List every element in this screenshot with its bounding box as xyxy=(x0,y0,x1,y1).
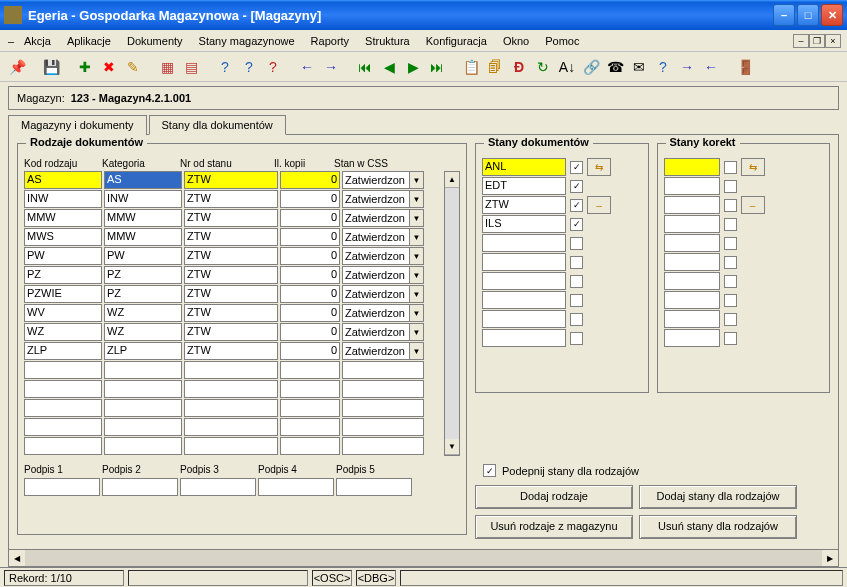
dropdown-icon[interactable]: ▼ xyxy=(409,248,423,264)
scroll-left-icon[interactable]: ◀ xyxy=(9,550,25,566)
stany-value[interactable]: ANL xyxy=(482,158,566,176)
cell-kod[interactable] xyxy=(24,380,102,398)
stany-checkbox[interactable] xyxy=(570,313,583,326)
cell-kat[interactable]: ZLP xyxy=(104,342,182,360)
menu-okno[interactable]: Okno xyxy=(495,33,537,49)
menu-pomoc[interactable]: Pomoc xyxy=(537,33,587,49)
cell-kod[interactable]: MWS xyxy=(24,228,102,246)
korekt-value[interactable] xyxy=(664,329,720,347)
cell-nr[interactable] xyxy=(184,380,278,398)
dropdown-icon[interactable]: ▼ xyxy=(409,229,423,245)
cell-stan-dropdown[interactable]: Zatwierdzon▼ xyxy=(342,209,424,227)
stany-value[interactable]: ZTW xyxy=(482,196,566,214)
stany-row[interactable] xyxy=(482,291,642,309)
cell-stan[interactable] xyxy=(342,380,424,398)
horizontal-scrollbar[interactable]: ◀ ▶ xyxy=(8,549,839,567)
podepnij-checkbox[interactable]: ✓ xyxy=(483,464,496,477)
cell-nr[interactable]: ZTW xyxy=(184,190,278,208)
cell-stan-dropdown[interactable]: Zatwierdzon▼ xyxy=(342,247,424,265)
korekt-checkbox[interactable] xyxy=(724,275,737,288)
cell-stan-dropdown[interactable]: Zatwierdzon▼ xyxy=(342,342,424,360)
dropdown-icon[interactable]: ▼ xyxy=(409,191,423,207)
stany-row[interactable]: ANL✓⇆ xyxy=(482,158,642,176)
korekt-checkbox[interactable] xyxy=(724,199,737,212)
dropdown-icon[interactable]: ▼ xyxy=(409,343,423,359)
menu-aplikacje[interactable]: Aplikacje xyxy=(59,33,119,49)
link-icon[interactable]: 🔗 xyxy=(580,56,602,78)
cell-kat[interactable] xyxy=(104,361,182,379)
cell-kat[interactable]: WZ xyxy=(104,304,182,322)
save-icon[interactable]: 💾 xyxy=(40,56,62,78)
scroll-right-icon[interactable]: ▶ xyxy=(822,550,838,566)
cell-nr[interactable] xyxy=(184,437,278,455)
cell-il[interactable]: 0 xyxy=(280,323,340,341)
korekt-remove-button[interactable]: – xyxy=(741,196,765,214)
scroll-up-icon[interactable]: ▲ xyxy=(445,172,459,188)
stany-remove-button[interactable]: – xyxy=(587,196,611,214)
pin-icon[interactable]: 📌 xyxy=(6,56,28,78)
dropdown-icon[interactable]: ▼ xyxy=(409,210,423,226)
prev-icon[interactable]: ◀ xyxy=(378,56,400,78)
table-row[interactable]: ZLPZLPZTW0Zatwierdzon▼ xyxy=(24,342,460,361)
korekt-checkbox[interactable] xyxy=(724,180,737,193)
first-icon[interactable]: ⏮ xyxy=(354,56,376,78)
dropdown-icon[interactable]: ▼ xyxy=(409,324,423,340)
menu-akcja[interactable]: Akcja xyxy=(16,33,59,49)
cell-kod[interactable]: AS xyxy=(24,171,102,189)
cell-kat[interactable]: MMW xyxy=(104,228,182,246)
cell-kat[interactable] xyxy=(104,437,182,455)
korekt-row[interactable] xyxy=(664,215,824,233)
cell-stan[interactable] xyxy=(342,437,424,455)
table-row[interactable]: WZWZZTW0Zatwierdzon▼ xyxy=(24,323,460,342)
cell-il[interactable] xyxy=(280,399,340,417)
cell-il[interactable] xyxy=(280,418,340,436)
korekt-value[interactable] xyxy=(664,234,720,252)
korekt-checkbox[interactable] xyxy=(724,313,737,326)
table-row[interactable]: PWPWZTW0Zatwierdzon▼ xyxy=(24,247,460,266)
stany-checkbox[interactable] xyxy=(570,237,583,250)
korekt-checkbox[interactable] xyxy=(724,256,737,269)
tab-stany[interactable]: Stany dla dokumentów xyxy=(149,115,286,135)
stany-checkbox[interactable] xyxy=(570,294,583,307)
tab-magazyny[interactable]: Magazyny i dokumenty xyxy=(8,115,147,135)
exit-icon[interactable]: 🚪 xyxy=(734,56,756,78)
mdi-restore[interactable]: ❐ xyxy=(809,34,825,48)
stany-value[interactable] xyxy=(482,329,566,347)
cell-kod[interactable]: INW xyxy=(24,190,102,208)
table-row[interactable] xyxy=(24,380,460,399)
korekt-row[interactable] xyxy=(664,329,824,347)
korekt-row[interactable]: ⇆ xyxy=(664,158,824,176)
cell-kod[interactable] xyxy=(24,437,102,455)
table-row[interactable] xyxy=(24,437,460,456)
mdi-minimize[interactable]: – xyxy=(793,34,809,48)
last-icon[interactable]: ⏭ xyxy=(426,56,448,78)
cell-nr[interactable]: ZTW xyxy=(184,342,278,360)
sort-icon[interactable]: A↓ xyxy=(556,56,578,78)
cell-kat[interactable] xyxy=(104,399,182,417)
korekt-value[interactable] xyxy=(664,253,720,271)
cell-il[interactable]: 0 xyxy=(280,247,340,265)
cell-il[interactable] xyxy=(280,380,340,398)
refresh-icon[interactable]: ↻ xyxy=(532,56,554,78)
cell-nr[interactable] xyxy=(184,418,278,436)
cell-stan-dropdown[interactable]: Zatwierdzon▼ xyxy=(342,304,424,322)
table-row[interactable]: WVWZZTW0Zatwierdzon▼ xyxy=(24,304,460,323)
btn-dodaj-rodzaje[interactable]: Dodaj rodzaje xyxy=(475,485,633,509)
phone-icon[interactable]: ☎ xyxy=(604,56,626,78)
korekt-add-button[interactable]: ⇆ xyxy=(741,158,765,176)
help1-icon[interactable]: ? xyxy=(214,56,236,78)
vertical-scrollbar[interactable]: ▲▼ xyxy=(444,171,460,456)
edit-icon[interactable]: ✎ xyxy=(122,56,144,78)
cell-il[interactable]: 0 xyxy=(280,266,340,284)
stany-checkbox[interactable]: ✓ xyxy=(570,218,583,231)
cell-kod[interactable]: WV xyxy=(24,304,102,322)
korekt-checkbox[interactable] xyxy=(724,294,737,307)
cell-kat[interactable]: INW xyxy=(104,190,182,208)
table-row[interactable] xyxy=(24,399,460,418)
help4-icon[interactable]: ? xyxy=(652,56,674,78)
stany-value[interactable] xyxy=(482,253,566,271)
cell-kod[interactable] xyxy=(24,418,102,436)
cell-stan[interactable] xyxy=(342,418,424,436)
table-row[interactable] xyxy=(24,361,460,380)
next-icon[interactable]: ▶ xyxy=(402,56,424,78)
